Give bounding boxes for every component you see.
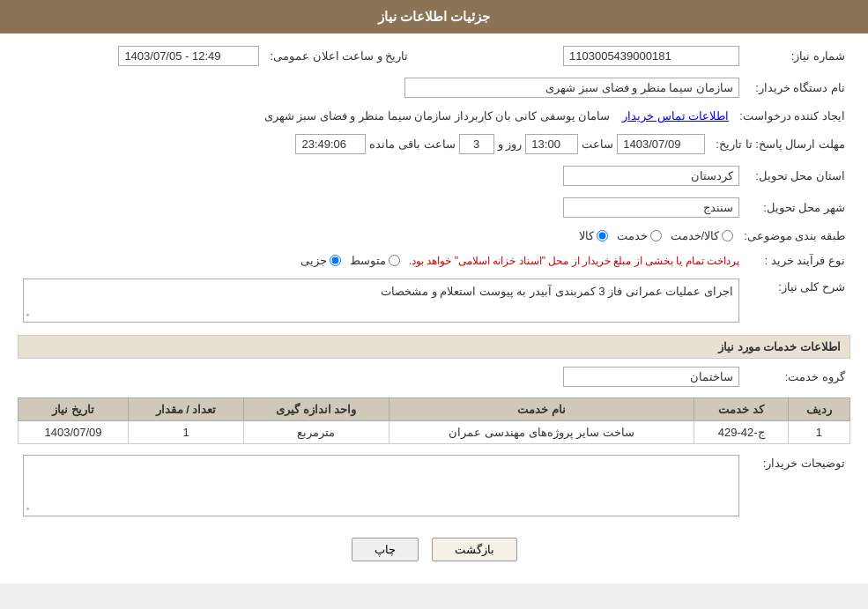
service-group-value: ساختمان xyxy=(18,363,745,390)
resize-icon: ‣ xyxy=(26,310,31,320)
city-input: سنندج xyxy=(563,197,739,218)
buyer-org-input: سازمان سیما منظر و فضای سبز شهری xyxy=(404,78,739,98)
service-group-input: ساختمان xyxy=(563,367,739,387)
city-label: شهر محل تحویل: xyxy=(745,194,850,221)
need-number-row: شماره نیاز: 1103005439000181 تاریخ و ساع… xyxy=(18,42,850,70)
description-box: اجرای عملیات عمرانی فاز 3 کمربندی آبیدر … xyxy=(23,279,739,323)
province-input: کردستان xyxy=(563,166,739,186)
purchase-type-value: پرداخت تمام یا بخشی از مبلغ خریدار از مح… xyxy=(18,250,745,271)
announcement-input: 1403/07/05 - 12:49 xyxy=(118,46,259,66)
deadline-time-row: 1403/07/09 ساعت 13:00 روز و 3 ساعت باقی … xyxy=(23,134,705,154)
buyer-org-row: نام دستگاه خریدار: سازمان سیما منظر و فض… xyxy=(18,74,850,101)
date-input: 1403/07/09 xyxy=(617,134,705,154)
purchase-type-jozi-input[interactable] xyxy=(330,255,341,266)
description-text: اجرای عملیات عمرانی فاز 3 کمربندی آبیدر … xyxy=(381,285,733,298)
days-input: 3 xyxy=(459,134,494,154)
service-group-label: گروه خدمت: xyxy=(745,363,850,390)
category-radio-kala: کالا xyxy=(579,229,608,242)
purchase-type-radio-jozi: جزیی xyxy=(300,254,341,267)
deadline-row: مهلت ارسال پاسخ: تا تاریخ: 1403/07/09 سا… xyxy=(18,130,850,158)
announcement-value: 1403/07/05 - 12:49 xyxy=(18,42,264,70)
time-input: 13:00 xyxy=(525,134,578,154)
back-button[interactable]: بازگشت xyxy=(432,538,517,561)
buyer-notes-resize-icon: ‣ xyxy=(26,504,31,514)
table-cell-unit: مترمربع xyxy=(243,421,389,444)
province-value: کردستان xyxy=(18,162,745,189)
need-number-input: 1103005439000181 xyxy=(563,46,739,66)
need-number-value: 1103005439000181 xyxy=(440,42,745,70)
purchase-type-label: نوع فرآیند خرید : xyxy=(745,250,850,271)
col-header-date: تاریخ نیاز xyxy=(19,398,129,421)
category-radio-group: کالا/خدمت خدمت کالا xyxy=(23,229,733,242)
province-label: استان محل تحویل: xyxy=(745,162,850,189)
category-kala-khedmat-label: کالا/خدمت xyxy=(671,229,720,242)
day-label: روز و xyxy=(498,137,523,151)
description-value: اجرای عملیات عمرانی فاز 3 کمربندی آبیدر … xyxy=(18,275,745,326)
service-table: ردیف کد خدمت نام خدمت واحد اندازه گیری ت… xyxy=(18,397,850,444)
col-header-code: کد خدمت xyxy=(694,398,788,421)
category-label: طبقه بندی موضوعی: xyxy=(738,226,850,246)
creator-row: ایجاد کننده درخواست: اطلاعات تماس خریدار… xyxy=(18,106,850,126)
purchase-type-row: نوع فرآیند خرید : پرداخت تمام یا بخشی از… xyxy=(18,250,850,271)
deadline-value: 1403/07/09 ساعت 13:00 روز و 3 ساعت باقی … xyxy=(18,130,710,158)
category-khedmat-label: خدمت xyxy=(617,229,648,242)
print-button[interactable]: چاپ xyxy=(352,538,419,561)
table-cell-code: ج-42-429 xyxy=(694,421,788,444)
purchase-type-motavaset-label: متوسط xyxy=(350,254,386,267)
buyer-org-value: سازمان سیما منظر و فضای سبز شهری xyxy=(18,74,745,101)
col-header-name: نام خدمت xyxy=(389,398,694,421)
bottom-buttons: بازگشت چاپ xyxy=(18,524,850,575)
main-content: شماره نیاز: 1103005439000181 تاریخ و ساع… xyxy=(0,33,868,583)
category-kala-label: کالا xyxy=(579,229,594,242)
service-group-row: گروه خدمت: ساختمان xyxy=(18,363,850,390)
category-radio-kala-khedmat: کالا/خدمت xyxy=(671,229,734,242)
category-radio-kala-khedmat-input[interactable] xyxy=(722,230,733,241)
category-row: طبقه بندی موضوعی: کالا/خدمت خدمت xyxy=(18,226,850,246)
purchase-type-jozi-label: جزیی xyxy=(300,254,327,267)
announcement-label: تاریخ و ساعت اعلان عمومی: xyxy=(264,42,413,70)
creator-label: ایجاد کننده درخواست: xyxy=(734,106,850,126)
table-cell-name: ساخت سایر پروژه‌های مهندسی عمران xyxy=(389,421,694,444)
category-radio-kala-input[interactable] xyxy=(597,230,608,241)
category-radio-khedmat-input[interactable] xyxy=(650,230,662,241)
buyer-notes-label: توضیحات خریدار: xyxy=(745,451,850,520)
category-value: کالا/خدمت خدمت کالا xyxy=(18,226,738,246)
page-title: جزئیات اطلاعات نیاز xyxy=(378,9,490,24)
buyer-notes-row: توضیحات خریدار: ‣ xyxy=(18,451,850,520)
purchase-type-content: پرداخت تمام یا بخشی از مبلغ خریدار از مح… xyxy=(23,254,739,267)
remaining-time-input: 23:49:06 xyxy=(295,134,366,154)
table-cell-date: 1403/07/09 xyxy=(19,421,129,444)
need-number-label: شماره نیاز: xyxy=(745,42,850,70)
table-cell-quantity: 1 xyxy=(129,421,244,444)
creator-system-value: سامان یوسفی کانی بان کاربرداز سازمان سیم… xyxy=(264,109,611,123)
category-radio-khedmat: خدمت xyxy=(617,229,662,242)
page-wrapper: جزئیات اطلاعات نیاز شماره نیاز: 11030054… xyxy=(0,0,868,583)
col-header-quantity: تعداد / مقدار xyxy=(129,398,244,421)
page-header: جزئیات اطلاعات نیاز xyxy=(0,0,868,33)
description-row: شرح کلی نیاز: اجرای عملیات عمرانی فاز 3 … xyxy=(18,275,850,326)
col-header-unit: واحد اندازه گیری xyxy=(243,398,389,421)
deadline-label: مهلت ارسال پاسخ: تا تاریخ: xyxy=(710,130,850,158)
table-row: 1ج-42-429ساخت سایر پروژه‌های مهندسی عمرا… xyxy=(19,421,850,444)
creator-link[interactable]: اطلاعات تماس خریدار xyxy=(622,109,729,123)
buyer-notes-box: ‣ xyxy=(23,455,739,516)
buyer-notes-value: ‣ xyxy=(18,451,745,520)
description-label: شرح کلی نیاز: xyxy=(745,275,850,326)
col-header-row: ردیف xyxy=(788,398,849,421)
province-row: استان محل تحویل: کردستان xyxy=(18,162,850,189)
city-value: سنندج xyxy=(18,194,745,221)
purchase-type-note: پرداخت تمام یا بخشی از مبلغ خریدار از مح… xyxy=(409,255,739,267)
remaining-time-label: ساعت باقی مانده xyxy=(369,137,455,151)
time-label: ساعت xyxy=(582,137,613,151)
buyer-org-label: نام دستگاه خریدار: xyxy=(745,74,850,101)
creator-value: اطلاعات تماس خریدار سامان یوسفی کانی بان… xyxy=(18,106,734,126)
purchase-type-motavaset-input[interactable] xyxy=(389,255,400,266)
city-row: شهر محل تحویل: سنندج xyxy=(18,194,850,221)
purchase-type-radio-motavaset: متوسط xyxy=(350,254,400,267)
table-cell-row: 1 xyxy=(788,421,849,444)
services-section-title: اطلاعات خدمات مورد نیاز xyxy=(18,335,850,359)
